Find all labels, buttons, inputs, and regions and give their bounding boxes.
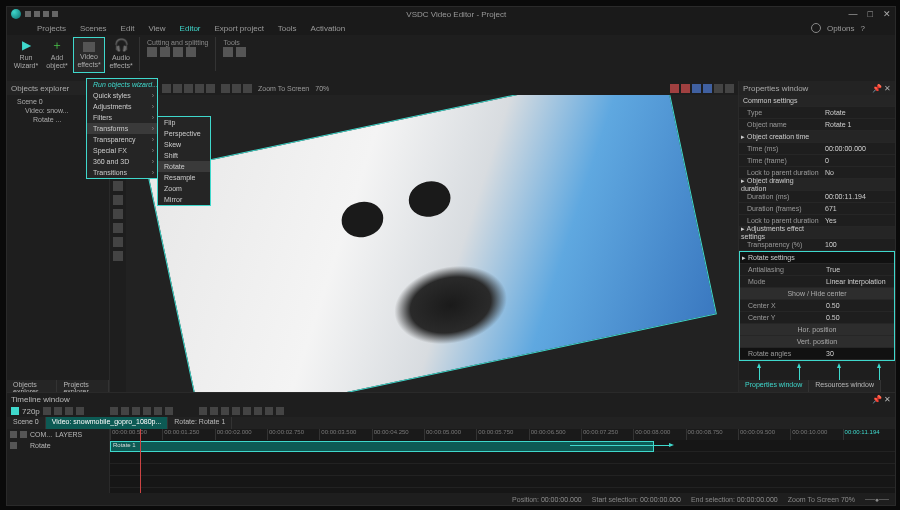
tl-icon[interactable] — [265, 407, 273, 415]
tl-icon[interactable] — [54, 407, 62, 415]
eye-icon[interactable] — [10, 442, 17, 449]
tb-icon[interactable] — [162, 84, 171, 93]
menu-transitions[interactable]: Transitions — [87, 167, 157, 178]
timeline-ruler[interactable]: 00:00:00.50000:00:01.25000:00:02.00000:0… — [110, 429, 895, 440]
preview-canvas[interactable] — [126, 95, 738, 392]
submenu-rotate[interactable]: Rotate — [158, 161, 210, 172]
tb-icon[interactable] — [173, 84, 182, 93]
tl-icon[interactable] — [65, 407, 73, 415]
tool-icon[interactable] — [113, 251, 123, 261]
tl-tab-scene[interactable]: Scene 0 — [7, 417, 46, 429]
tab-projects-explorer[interactable]: Projects explorer — [57, 380, 109, 392]
minimize-button[interactable]: — — [849, 9, 858, 19]
qat-icon[interactable] — [25, 11, 31, 17]
tb-icon[interactable] — [725, 84, 734, 93]
tool-icon[interactable] — [113, 237, 123, 247]
tl-icon[interactable] — [221, 407, 229, 415]
zoom-slider[interactable]: ──●── — [865, 496, 889, 503]
run-wizard-button[interactable]: ▶Run Wizard* — [11, 37, 41, 71]
submenu-shift[interactable]: Shift — [158, 150, 210, 161]
properties-body[interactable]: Common settings TypeRotate Object nameRo… — [739, 95, 895, 380]
tl-icon[interactable] — [254, 407, 262, 415]
tl-icon[interactable] — [243, 407, 251, 415]
play-icon[interactable] — [132, 407, 140, 415]
tb-icon[interactable] — [232, 84, 241, 93]
tl-icon[interactable] — [210, 407, 218, 415]
crop-icon[interactable] — [186, 47, 196, 57]
menu-projects[interactable]: Projects — [37, 24, 66, 33]
menu-special-fx[interactable]: Special FX — [87, 145, 157, 156]
menu-quick-styles[interactable]: Quick styles — [87, 90, 157, 101]
menu-filters[interactable]: Filters — [87, 112, 157, 123]
submenu-mirror[interactable]: Mirror — [158, 194, 210, 205]
prev-icon[interactable] — [110, 407, 118, 415]
tb-icon[interactable] — [206, 84, 215, 93]
split-icon[interactable] — [160, 47, 170, 57]
tool-icon[interactable] — [113, 223, 123, 233]
submenu-skew[interactable]: Skew — [158, 139, 210, 150]
menu-360-3d[interactable]: 360 and 3D — [87, 156, 157, 167]
tb-icon[interactable] — [692, 84, 701, 93]
timeline-tracks[interactable]: 00:00:00.50000:00:01.25000:00:02.00000:0… — [110, 429, 895, 493]
eye-icon[interactable] — [20, 431, 27, 438]
options-label[interactable]: Options — [827, 24, 855, 33]
pin-icon[interactable]: 📌 ✕ — [872, 395, 891, 404]
submenu-zoom[interactable]: Zoom — [158, 183, 210, 194]
tl-icon[interactable] — [199, 407, 207, 415]
tb-icon[interactable] — [243, 84, 252, 93]
submenu-flip[interactable]: Flip — [158, 117, 210, 128]
next-icon[interactable] — [165, 407, 173, 415]
tool-icon[interactable] — [113, 209, 123, 219]
menu-activation[interactable]: Activation — [311, 24, 346, 33]
tl-icon[interactable] — [76, 407, 84, 415]
tl-icon[interactable] — [276, 407, 284, 415]
qat-icon[interactable] — [52, 11, 58, 17]
pin-icon[interactable]: 📌 ✕ — [872, 84, 891, 93]
cut-icon[interactable] — [147, 47, 157, 57]
menu-view[interactable]: View — [148, 24, 165, 33]
menu-adjustments[interactable]: Adjustments — [87, 101, 157, 112]
tb-icon[interactable] — [670, 84, 679, 93]
tool-icon[interactable] — [223, 47, 233, 57]
menu-editor[interactable]: Editor — [180, 24, 201, 33]
track-header[interactable]: Rotate — [7, 440, 109, 451]
submenu-resample[interactable]: Resample — [158, 172, 210, 183]
forward-icon[interactable] — [154, 407, 162, 415]
video-effects-button[interactable]: Video effects* — [73, 37, 105, 73]
menu-transparency[interactable]: Transparency — [87, 134, 157, 145]
menu-edit[interactable]: Edit — [121, 24, 135, 33]
tb-icon[interactable] — [681, 84, 690, 93]
tb-icon[interactable] — [703, 84, 712, 93]
close-button[interactable]: ✕ — [883, 9, 891, 19]
track-row[interactable]: Rotate 1 — [110, 440, 895, 452]
help-icon[interactable]: ? — [861, 24, 865, 33]
audio-effects-button[interactable]: 🎧Audio effects* — [106, 37, 136, 71]
tb-icon[interactable] — [195, 84, 204, 93]
menu-tools[interactable]: Tools — [278, 24, 297, 33]
menu-scenes[interactable]: Scenes — [80, 24, 107, 33]
gear-icon[interactable] — [811, 23, 821, 33]
qat-icon[interactable] — [43, 11, 49, 17]
clip-rotate[interactable]: Rotate 1 — [110, 441, 654, 452]
tool-icon[interactable] — [113, 181, 123, 191]
stop-icon[interactable] — [143, 407, 151, 415]
maximize-button[interactable]: □ — [868, 9, 873, 19]
tb-icon[interactable] — [184, 84, 193, 93]
show-hide-center-button[interactable]: Show / Hide center — [740, 288, 894, 300]
tab-properties[interactable]: Properties window — [739, 380, 809, 392]
tb-icon[interactable] — [221, 84, 230, 93]
playhead[interactable] — [140, 429, 141, 493]
add-object-button[interactable]: ＋Add object* — [42, 37, 72, 71]
menu-run-wizard[interactable]: Run objects wizard... — [87, 79, 157, 90]
rewind-icon[interactable] — [121, 407, 129, 415]
tl-icon[interactable] — [43, 407, 51, 415]
tool-icon[interactable] — [236, 47, 246, 57]
video-frame[interactable] — [147, 95, 717, 392]
resolution-select[interactable]: 720p — [22, 407, 40, 416]
quick-access-toolbar[interactable] — [25, 11, 58, 17]
eye-icon[interactable] — [10, 431, 17, 438]
vert-position-button[interactable]: Vert. position — [740, 336, 894, 348]
tab-objects-explorer[interactable]: Objects explorer — [7, 380, 57, 392]
submenu-perspective[interactable]: Perspective — [158, 128, 210, 139]
tb-icon[interactable] — [714, 84, 723, 93]
